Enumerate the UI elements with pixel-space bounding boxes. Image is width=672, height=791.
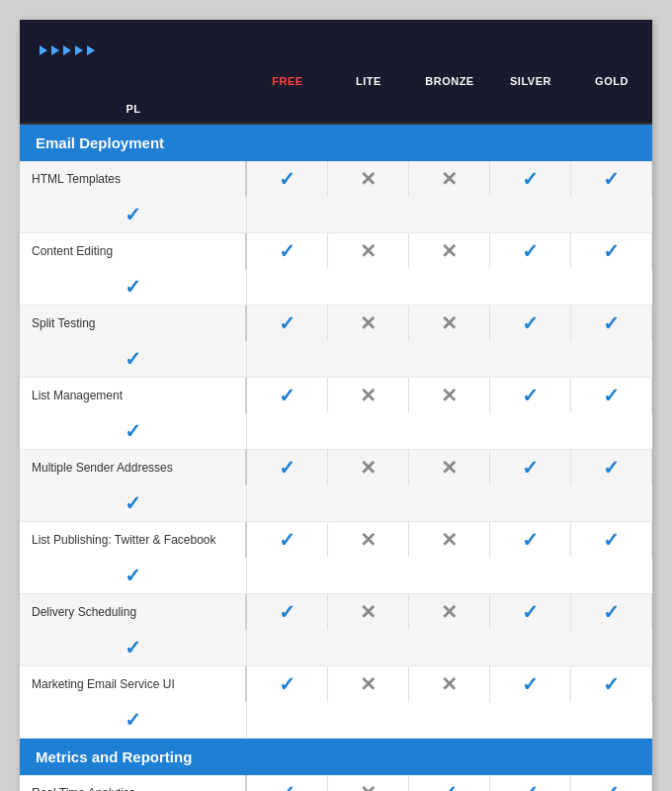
check-icon: ✓: [125, 708, 141, 732]
check-icon: ✓: [522, 672, 539, 696]
feature-row: List Management✓✕✕✓✓✓: [20, 378, 652, 450]
feature-cell-free: ✓: [247, 161, 328, 197]
feature-cell-platinum: ✓: [20, 630, 247, 665]
feature-name: List Management: [20, 378, 247, 413]
check-icon: ✓: [125, 347, 141, 371]
check-icon: ✓: [522, 600, 539, 624]
check-icon: ✓: [603, 672, 620, 696]
feature-cell-platinum: ✓: [20, 413, 247, 449]
feature-cell-lite: ✕: [328, 161, 409, 197]
sections-container: Email DeploymentHTML Templates✓✕✕✓✓✓Cont…: [20, 125, 652, 791]
feature-cell-free: ✓: [247, 450, 328, 485]
col-header-gold: GOLD: [571, 67, 652, 95]
arrow-4[interactable]: [75, 45, 83, 55]
feature-row: Marketing Email Service UI✓✕✕✓✓✓: [20, 666, 652, 739]
feature-cell-bronze: ✕: [409, 594, 490, 630]
check-icon: ✓: [522, 456, 539, 480]
check-icon: ✓: [279, 167, 295, 191]
navigation-arrows[interactable]: [40, 45, 632, 55]
check-icon: ✓: [603, 167, 620, 191]
cross-icon: ✕: [360, 672, 377, 696]
feature-cell-bronze: ✓: [409, 775, 490, 791]
feature-cell-bronze: ✕: [409, 161, 490, 197]
feature-cell-free: ✓: [247, 666, 328, 702]
arrow-2[interactable]: [51, 45, 59, 55]
feature-name: Marketing Email Service UI: [20, 666, 247, 702]
feature-cell-gold: ✓: [571, 378, 652, 413]
feature-cell-platinum: ✓: [20, 269, 247, 305]
cross-icon: ✕: [360, 311, 377, 335]
feature-cell-silver: ✓: [490, 378, 571, 413]
col-header-lite: LITE: [328, 67, 409, 95]
feature-cell-bronze: ✕: [409, 378, 490, 413]
section-header-1: Metrics and Reporting: [20, 739, 652, 775]
check-icon: ✓: [279, 672, 295, 696]
col-header-bronze: BRONZE: [409, 67, 490, 95]
check-icon: ✓: [603, 311, 620, 335]
feature-cell-platinum: ✓: [20, 702, 247, 738]
cross-icon: ✕: [441, 384, 458, 407]
feature-cell-free: ✓: [247, 233, 328, 269]
feature-cell-lite: ✕: [328, 594, 409, 630]
feature-name: Delivery Scheduling: [20, 594, 247, 630]
feature-row: HTML Templates✓✕✕✓✓✓: [20, 161, 652, 233]
feature-cell-lite: ✕: [328, 450, 409, 485]
feature-cell-lite: ✕: [328, 775, 409, 791]
cross-icon: ✕: [441, 456, 458, 480]
cross-icon: ✕: [360, 600, 377, 624]
feature-cell-gold: ✓: [571, 450, 652, 485]
feature-cell-lite: ✕: [328, 522, 409, 558]
check-icon: ✓: [522, 384, 539, 407]
cross-icon: ✕: [360, 384, 377, 407]
feature-cell-lite: ✕: [328, 233, 409, 269]
feature-cell-silver: ✓: [490, 666, 571, 702]
feature-cell-free: ✓: [247, 522, 328, 558]
check-icon: ✓: [279, 311, 295, 335]
feature-cell-lite: ✕: [328, 666, 409, 702]
column-headers: FREELITEBRONZESILVERGOLDPL: [20, 67, 652, 125]
cross-icon: ✕: [360, 528, 377, 552]
feature-cell-silver: ✓: [490, 594, 571, 630]
feature-cell-lite: ✕: [328, 378, 409, 413]
arrow-1[interactable]: [40, 45, 47, 55]
feature-cell-gold: ✓: [571, 161, 652, 197]
col-header-platinum: PL: [20, 95, 247, 123]
check-icon: ✓: [125, 636, 141, 659]
col-header-free: FREE: [247, 67, 328, 95]
feature-cell-silver: ✓: [490, 306, 571, 341]
cross-icon: ✕: [360, 456, 377, 480]
check-icon: ✓: [603, 239, 620, 263]
feature-name: Real Time Analytics: [20, 775, 247, 791]
feature-name: Multiple Sender Addresses: [20, 450, 247, 485]
check-icon: ✓: [279, 456, 295, 480]
check-icon: ✓: [279, 528, 295, 552]
cross-icon: ✕: [441, 600, 458, 624]
feature-cell-gold: ✓: [571, 522, 652, 558]
cross-icon: ✕: [360, 239, 377, 263]
check-icon: ✓: [603, 528, 620, 552]
check-icon: ✓: [522, 528, 539, 552]
feature-cell-bronze: ✕: [409, 666, 490, 702]
feature-cell-free: ✓: [247, 378, 328, 413]
feature-name: Split Testing: [20, 306, 247, 341]
section-header-0: Email Deployment: [20, 125, 652, 161]
feature-cell-gold: ✓: [571, 306, 652, 341]
check-icon: ✓: [125, 275, 141, 299]
feature-cell-silver: ✓: [490, 161, 571, 197]
check-icon: ✓: [279, 384, 295, 407]
feature-cell-platinum: ✓: [20, 485, 247, 521]
feature-name: List Publishing: Twitter & Facebook: [20, 522, 247, 558]
feature-row: Content Editing✓✕✕✓✓✓: [20, 233, 652, 306]
arrow-5[interactable]: [87, 45, 95, 55]
feature-cell-platinum: ✓: [20, 558, 247, 593]
col-header-silver: SILVER: [490, 67, 571, 95]
arrow-3[interactable]: [63, 45, 71, 55]
feature-cell-bronze: ✕: [409, 306, 490, 341]
feature-column-header: [20, 67, 247, 95]
feature-cell-free: ✓: [247, 775, 328, 791]
feature-cell-silver: ✓: [490, 450, 571, 485]
check-icon: ✓: [603, 456, 620, 480]
header: [20, 20, 652, 67]
cross-icon: ✕: [441, 528, 458, 552]
feature-cell-lite: ✕: [328, 306, 409, 341]
